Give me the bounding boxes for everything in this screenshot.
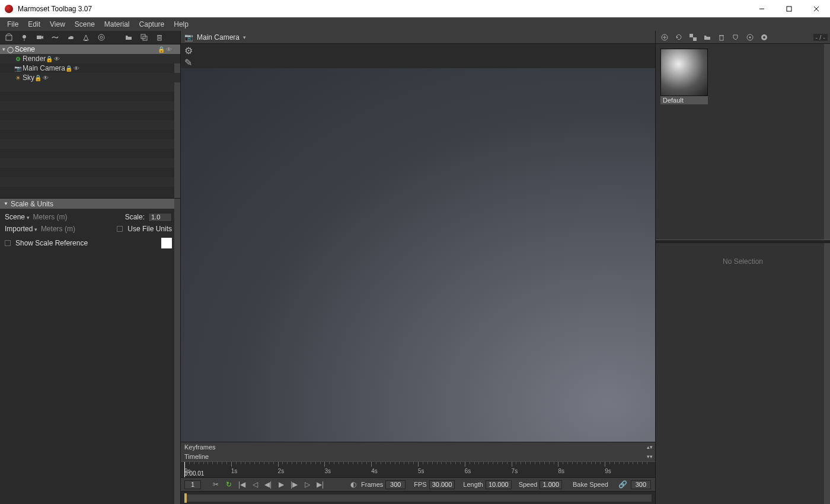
menu-scene[interactable]: Scene bbox=[70, 18, 100, 31]
menu-file[interactable]: File bbox=[2, 18, 23, 31]
refresh-material-icon[interactable] bbox=[672, 31, 685, 43]
scale-input[interactable]: 1.0 bbox=[148, 213, 172, 222]
material-scrollbar[interactable] bbox=[824, 44, 830, 240]
menubar: File Edit View Scene Material Capture He… bbox=[0, 18, 830, 31]
delete-material-icon[interactable] bbox=[715, 31, 728, 43]
add-object-icon[interactable] bbox=[2, 31, 15, 44]
step-fwd-icon[interactable]: ▷ bbox=[302, 480, 312, 489]
add-camera-icon[interactable] bbox=[33, 31, 46, 44]
maximize-button[interactable] bbox=[775, 0, 803, 17]
assign-material-icon[interactable] bbox=[729, 31, 742, 43]
settings-icon[interactable]: ⚙ bbox=[184, 45, 193, 56]
close-button[interactable] bbox=[803, 0, 830, 17]
frames-label: Frames bbox=[361, 481, 383, 488]
play-icon[interactable]: ▶ bbox=[276, 480, 286, 489]
add-light-icon[interactable] bbox=[18, 31, 31, 44]
track-bar[interactable] bbox=[184, 495, 652, 502]
eye-icon[interactable]: 👁 bbox=[74, 65, 79, 72]
speed-input[interactable]: 1.000 bbox=[540, 480, 562, 489]
add-material-icon[interactable] bbox=[658, 31, 671, 43]
length-input[interactable]: 10.000 bbox=[486, 480, 512, 489]
open-material-icon[interactable] bbox=[701, 31, 714, 43]
lock-icon[interactable]: 🔒 bbox=[46, 56, 53, 62]
tree-label: Sky bbox=[23, 74, 34, 82]
imported-unit-dropdown[interactable]: Imported bbox=[5, 225, 37, 233]
imported-unit-value: Meters (m) bbox=[41, 225, 75, 233]
keyframes-header[interactable]: Keyframes ▴▾ bbox=[181, 442, 655, 452]
duplicate-icon[interactable] bbox=[138, 31, 151, 44]
menu-edit[interactable]: Edit bbox=[23, 18, 45, 31]
brush-icon[interactable]: ✎ bbox=[184, 57, 192, 68]
menu-help[interactable]: Help bbox=[169, 18, 193, 31]
step-back-icon[interactable]: ◁ bbox=[250, 480, 260, 489]
minimize-button[interactable] bbox=[748, 0, 775, 17]
frames-input[interactable]: 300 bbox=[385, 480, 406, 489]
tree-item-render[interactable]: ⚙Render 🔒👁 bbox=[0, 54, 180, 63]
timeline-ruler[interactable]: 0s1s2s3s4s5s6s7s8s9s 0:00.01 bbox=[181, 461, 655, 478]
camera-icon: 📷 bbox=[14, 65, 21, 72]
add-sky-icon[interactable] bbox=[64, 31, 77, 44]
bake-speed-button[interactable]: Bake Speed bbox=[573, 481, 608, 488]
svg-rect-18 bbox=[158, 36, 161, 40]
tree-item-sky[interactable]: ☀Sky 🔒👁 bbox=[0, 73, 180, 82]
folder-icon[interactable] bbox=[122, 31, 135, 44]
ruler-label: 9s bbox=[605, 468, 611, 474]
ruler-label: 5s bbox=[418, 468, 424, 474]
timeline-expand-icon[interactable]: ▾▾ bbox=[647, 454, 653, 460]
camera-dropdown[interactable]: Main Camera bbox=[197, 33, 246, 42]
add-fog-icon[interactable] bbox=[49, 31, 62, 44]
timeline-header[interactable]: Timeline ▾▾ bbox=[181, 452, 655, 461]
scale-ref-color[interactable] bbox=[161, 238, 172, 248]
eye-icon[interactable]: 👁 bbox=[54, 56, 60, 62]
scale-label: Scale: bbox=[125, 213, 145, 221]
cut-icon[interactable]: ✂ bbox=[210, 480, 221, 489]
menu-material[interactable]: Material bbox=[100, 18, 135, 31]
keyframes-expand-icon[interactable]: ▴▾ bbox=[647, 444, 653, 450]
length-label: Length bbox=[463, 481, 483, 488]
show-scale-ref-checkbox[interactable] bbox=[5, 240, 11, 246]
material-grid[interactable]: Default bbox=[656, 44, 830, 240]
lock-icon[interactable]: 🔒 bbox=[65, 65, 72, 72]
scale-units-header[interactable]: Scale & Units bbox=[0, 199, 174, 209]
material-props-scrollbar[interactable] bbox=[824, 243, 830, 504]
tree-item-main-camera[interactable]: 📷Main Camera 🔒👁 bbox=[0, 63, 180, 73]
fps-input[interactable]: 30.000 bbox=[429, 480, 455, 489]
prop-scrollbar[interactable] bbox=[174, 199, 180, 504]
keyframes-label: Keyframes bbox=[184, 444, 216, 451]
ruler-label: 7s bbox=[512, 468, 518, 474]
scene-icon: ◯ bbox=[7, 46, 14, 53]
delete-icon[interactable] bbox=[153, 31, 166, 44]
timeline-track[interactable] bbox=[181, 491, 655, 504]
globe-icon[interactable]: ◐ bbox=[348, 480, 359, 489]
checker-icon[interactable] bbox=[687, 31, 700, 43]
add-turntable-icon[interactable] bbox=[95, 31, 108, 44]
bake-frames-input[interactable]: 300 bbox=[631, 480, 651, 489]
go-start-icon[interactable]: |◀ bbox=[237, 480, 247, 489]
menu-capture[interactable]: Capture bbox=[135, 18, 170, 31]
track-knob[interactable] bbox=[184, 493, 187, 503]
loop-icon[interactable]: ↻ bbox=[224, 480, 234, 489]
disc-icon[interactable] bbox=[758, 31, 771, 43]
add-shadow-icon[interactable] bbox=[79, 31, 92, 44]
frame-number-input[interactable]: 1 bbox=[184, 480, 201, 489]
eye-icon[interactable]: 👁 bbox=[166, 46, 172, 53]
play-back-icon[interactable]: ◀| bbox=[263, 480, 273, 489]
camera-select-icon[interactable]: 📷 bbox=[184, 33, 193, 42]
svg-marker-12 bbox=[84, 35, 88, 40]
scene-tree[interactable]: ▾ ◯ Scene 🔒👁 ⚙Render 🔒👁 📷Main Camera 🔒👁 … bbox=[0, 44, 180, 198]
link-icon[interactable]: 🔗 bbox=[618, 480, 628, 489]
menu-view[interactable]: View bbox=[45, 18, 70, 31]
target-icon[interactable] bbox=[743, 31, 756, 43]
tree-root-scene[interactable]: ▾ ◯ Scene 🔒👁 bbox=[0, 44, 180, 54]
viewport-3d[interactable] bbox=[181, 68, 655, 442]
sky-icon: ☀ bbox=[14, 74, 21, 81]
play-fwd-icon[interactable]: |▶ bbox=[289, 480, 299, 489]
center-area: 📷 Main Camera ⚙ ✎ Keyframes ▴▾ Timeline … bbox=[181, 31, 655, 504]
go-end-icon[interactable]: ▶| bbox=[315, 480, 325, 489]
lock-icon[interactable]: 🔒 bbox=[158, 46, 165, 53]
lock-icon[interactable]: 🔒 bbox=[34, 75, 42, 81]
eye-icon[interactable]: 👁 bbox=[43, 75, 49, 81]
material-item-default[interactable]: Default bbox=[660, 49, 710, 104]
scene-unit-dropdown[interactable]: Scene bbox=[5, 213, 30, 221]
use-file-units-checkbox[interactable] bbox=[117, 226, 123, 232]
